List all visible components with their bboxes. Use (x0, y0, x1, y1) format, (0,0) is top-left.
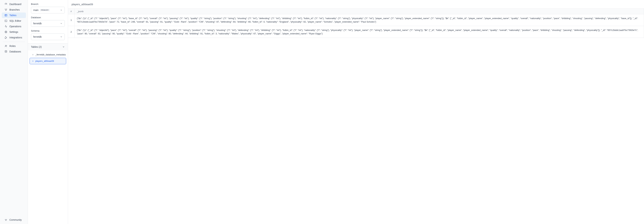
nav-label: Integrations (10, 36, 22, 39)
svg-point-7 (6, 45, 7, 46)
chevron-down-icon (60, 36, 62, 38)
database-select[interactable]: ferretdb (31, 20, 65, 27)
activity-icon (4, 25, 7, 28)
chevron-down-icon (62, 46, 65, 48)
chevron-right-icon (32, 60, 34, 62)
table-item-label: players_a90eae09 (35, 60, 54, 62)
sidebar-item-databases[interactable]: Databases (2, 49, 26, 54)
svg-point-2 (6, 10, 6, 11)
database-label: Database: (31, 16, 65, 19)
gear-icon (4, 31, 7, 33)
svg-point-8 (5, 50, 7, 51)
database-icon (4, 50, 7, 53)
svg-point-0 (5, 9, 6, 9)
sidebar-item-community[interactable]: Community (2, 217, 26, 223)
table-row[interactable]: 1 {"$s": {"p": {"_id": {"t": "objectId"}… (68, 14, 644, 26)
sidebar-item-integrations[interactable]: Integrations (2, 35, 26, 40)
primary-badge: PRIMARY (40, 9, 50, 11)
git-branch-icon (4, 8, 7, 11)
schema-value: ferretdb (33, 35, 42, 38)
svg-point-11 (6, 220, 6, 221)
gauge-icon (4, 3, 7, 5)
content-title: players_a90eae09 (68, 0, 644, 9)
nav-separator (3, 42, 25, 42)
svg-point-9 (5, 219, 6, 220)
tables-header-label: Tables (2) (31, 45, 42, 48)
tables-list: _ferretdb_database_metadata players_a90e… (28, 50, 68, 65)
nav-label: SQL Editor (10, 19, 21, 22)
table-row[interactable]: 2 {"$s": {"p": {"_id": {"t": "objectId"}… (68, 26, 644, 38)
table-icon (4, 14, 7, 17)
column-header-index[interactable]: # (68, 9, 74, 14)
chevron-right-icon (32, 54, 34, 56)
nav-label: Operations (10, 25, 21, 28)
branch-value: main (33, 9, 38, 11)
sidebar-item-roles[interactable]: Roles (2, 43, 26, 49)
svg-point-5 (6, 32, 6, 32)
svg-point-10 (6, 219, 7, 220)
nav-label: Settings (10, 31, 18, 33)
table-item-metadata[interactable]: _ferretdb_database_metadata (30, 51, 66, 58)
sidebar-item-tables[interactable]: Tables (2, 12, 26, 18)
chevron-down-icon (60, 9, 62, 11)
jsonb-value: {"$s": {"p": {"_id": {"t": "objectId"}, … (74, 26, 644, 38)
schema-label: Schema: (31, 29, 65, 32)
community-icon (4, 219, 7, 221)
sidebar-item-operations[interactable]: Operations (2, 24, 26, 29)
nav-label: Tables (10, 14, 16, 17)
row-index: 2 (68, 26, 74, 38)
row-index: 1 (68, 14, 74, 26)
svg-point-6 (5, 45, 6, 46)
svg-point-1 (6, 9, 7, 9)
nav-label: Branches (10, 8, 20, 11)
puzzle-icon (4, 36, 7, 39)
tables-section-header[interactable]: Tables (2) (28, 43, 68, 50)
branch-label: Branch: (31, 3, 65, 5)
table-item-players[interactable]: players_a90eae09 (30, 58, 66, 64)
svg-rect-4 (5, 20, 7, 22)
nav-label: Dashboard (10, 3, 22, 5)
sidebar-item-branches[interactable]: Branches (2, 7, 26, 12)
database-value: ferretdb (33, 22, 42, 25)
branch-select[interactable]: main PRIMARY (31, 7, 65, 13)
jsonb-value: {"$s": {"p": {"_id": {"t": "objectId"}, … (74, 14, 644, 26)
primary-nav: Dashboard Branches Tables SQL Editor Ope… (0, 0, 28, 224)
sidebar-item-sql-editor[interactable]: SQL Editor (2, 18, 26, 24)
schema-select[interactable]: ferretdb (31, 33, 65, 40)
terminal-icon (4, 19, 7, 22)
column-header-jsonb[interactable]: _jsonb (74, 9, 644, 14)
nav-label: Community (10, 219, 22, 221)
sidebar-item-settings[interactable]: Settings (2, 29, 26, 35)
sidebar-item-dashboard[interactable]: Dashboard (2, 1, 26, 7)
context-panel: Branch: main PRIMARY Database: ferretdb … (28, 0, 68, 224)
users-icon (4, 45, 7, 47)
data-table: # _jsonb 1 {"$s": {"p": {"_id": {"t": "o… (68, 9, 644, 38)
main-content: players_a90eae09 # _jsonb 1 {"$s": {"p":… (68, 0, 644, 224)
nav-label: Databases (10, 50, 21, 53)
svg-rect-3 (5, 14, 7, 16)
nav-label: Roles (10, 45, 16, 47)
chevron-down-icon (60, 22, 62, 25)
table-item-label: _ferretdb_database_metadata (35, 53, 66, 56)
